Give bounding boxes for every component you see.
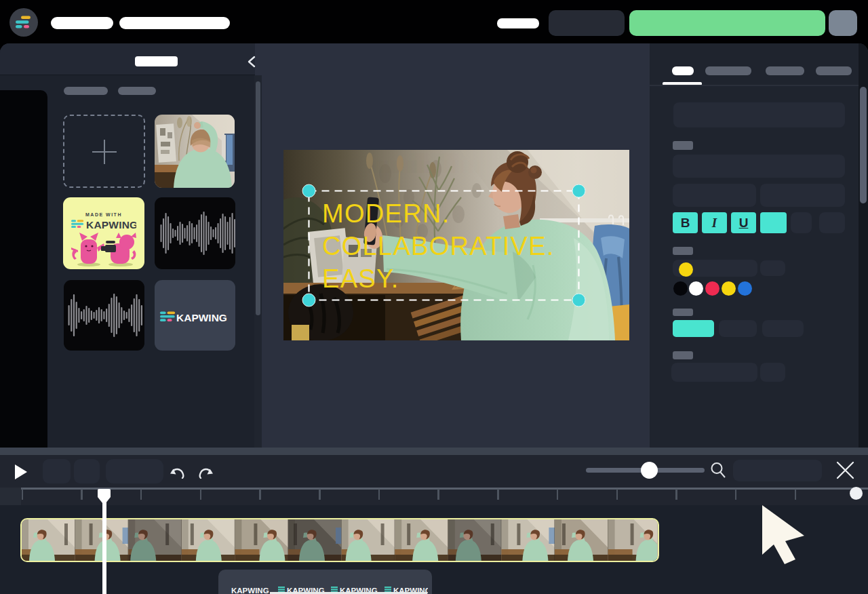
svg-text:MODERN.: MODERN. <box>322 199 450 228</box>
svg-text:KAPWING: KAPWING <box>231 587 269 594</box>
svg-text:KAPWING: KAPWING <box>176 312 227 323</box>
svg-text:EASY.: EASY. <box>322 264 399 293</box>
svg-text:COLLABORATIVE.: COLLABORATIVE. <box>322 232 555 260</box>
svg-text:KAPWING: KAPWING <box>86 219 136 231</box>
